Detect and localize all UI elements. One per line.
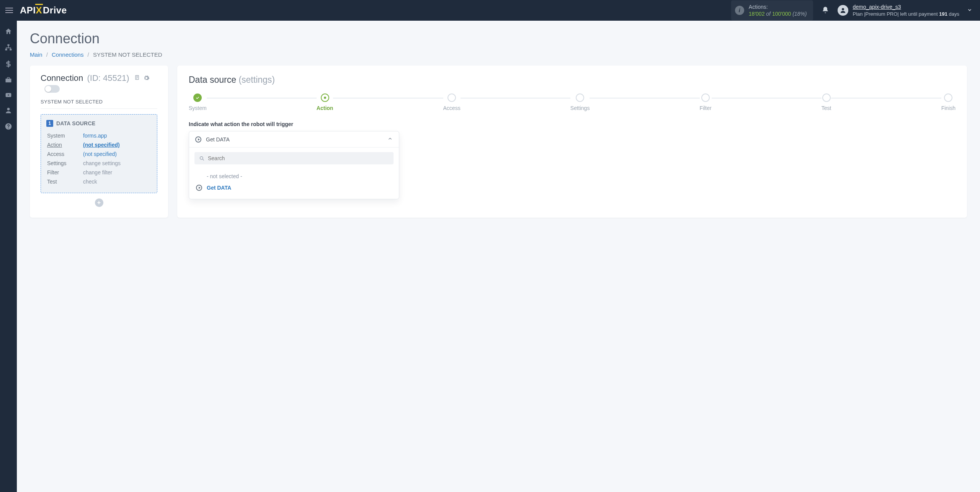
ds-row-key: Settings (47, 159, 82, 167)
help-icon[interactable] (5, 123, 12, 130)
step-access[interactable]: Access (443, 93, 461, 111)
gear-icon[interactable] (143, 74, 150, 84)
breadcrumb-main[interactable]: Main (30, 51, 42, 58)
step-system[interactable]: System (189, 93, 207, 111)
svg-rect-4 (6, 79, 11, 82)
ds-row-key: Filter (47, 168, 82, 177)
step-test[interactable]: Test (822, 93, 831, 111)
actions-percent: (18%) (792, 11, 807, 17)
actions-total: 100'000 (772, 11, 791, 17)
avatar-icon (838, 5, 848, 16)
ds-row-val[interactable]: (not specified) (83, 141, 151, 149)
svg-point-6 (7, 108, 10, 110)
breadcrumb: Main / Connections / SYSTEM NOT SELECTED (30, 51, 967, 58)
info-icon: i (735, 6, 744, 15)
connection-id: (ID: 45521) (87, 73, 129, 83)
search-icon (199, 156, 205, 161)
stepper: SystemActionAccessSettingsFilterTestFini… (189, 93, 956, 111)
ds-row-key: Access (47, 150, 82, 158)
dropdown-option[interactable]: Get DATA (189, 182, 399, 194)
ds-row-val[interactable]: forms.app (83, 131, 151, 140)
bell-icon[interactable] (822, 6, 829, 15)
instruction-label: Indicate what action the robot will trig… (189, 121, 956, 127)
logo[interactable]: APIXDrive (20, 5, 67, 16)
svg-rect-1 (8, 44, 10, 46)
settings-heading-sub: (settings) (238, 75, 275, 85)
sidebar (0, 21, 17, 492)
svg-point-0 (842, 8, 844, 10)
breadcrumb-connections[interactable]: Connections (52, 51, 83, 58)
youtube-icon[interactable] (4, 92, 13, 98)
connection-heading: Connection (41, 73, 83, 83)
dropdown-search[interactable] (194, 152, 394, 164)
add-destination-button[interactable]: + (95, 198, 103, 207)
ds-row-key: System (47, 131, 82, 140)
step-finish[interactable]: Finish (941, 93, 956, 111)
settings-heading: Data source (189, 75, 236, 85)
user-icon[interactable] (5, 107, 12, 114)
dropdown-option[interactable]: - not selected - (189, 171, 399, 182)
search-input[interactable] (208, 155, 389, 161)
sitemap-icon[interactable] (5, 44, 12, 51)
breadcrumb-current: SYSTEM NOT SELECTED (93, 51, 162, 58)
action-dropdown: Get DATA - not selected -Get DATA (189, 131, 399, 199)
play-icon (196, 185, 202, 191)
ds-row-val[interactable]: (not specified) (83, 150, 151, 158)
dropdown-selected: Get DATA (206, 136, 383, 143)
ds-row-key: Action (47, 141, 82, 149)
ds-row-key: Test (47, 177, 82, 186)
svg-point-10 (200, 156, 203, 159)
page-title: Connection (30, 31, 967, 47)
play-icon (195, 136, 201, 143)
svg-line-11 (203, 159, 204, 160)
data-source-box[interactable]: 1 DATA SOURCE Systemforms.appAction(not … (41, 114, 157, 193)
actions-counter[interactable]: i Actions: 18'002 of 100'000 (18%) (731, 0, 813, 20)
svg-rect-3 (10, 49, 11, 50)
copy-icon[interactable] (134, 74, 140, 84)
connection-card: Connection (ID: 45521) SYSTEM NOT SELECT… (30, 66, 168, 218)
svg-rect-2 (5, 49, 7, 50)
svg-point-8 (8, 128, 9, 128)
connection-subheader: SYSTEM NOT SELECTED (41, 99, 157, 109)
connection-toggle[interactable] (44, 85, 60, 93)
menu-button[interactable] (5, 8, 15, 13)
ds-row-val[interactable]: change filter (83, 168, 151, 177)
user-plan: Plan |Premium PRO| left until payment 19… (853, 11, 959, 18)
data-source-title: DATA SOURCE (56, 120, 95, 126)
dollar-icon[interactable] (5, 60, 12, 68)
ds-row-val[interactable]: change settings (83, 159, 151, 167)
data-source-badge: 1 (46, 120, 53, 127)
settings-card: Data source (settings) SystemActionAcces… (177, 66, 967, 218)
app-header: APIXDrive i Actions: 18'002 of 100'000 (… (0, 0, 980, 21)
home-icon[interactable] (5, 28, 12, 35)
chevron-up-icon (387, 136, 393, 143)
step-filter[interactable]: Filter (700, 93, 712, 111)
step-action[interactable]: Action (317, 93, 333, 111)
actions-label: Actions: (749, 3, 807, 10)
ds-row-val[interactable]: check (83, 177, 151, 186)
chevron-down-icon[interactable] (967, 7, 972, 14)
dropdown-toggle[interactable]: Get DATA (189, 131, 399, 148)
user-name: demo_apix-drive_s3 (853, 3, 959, 11)
user-menu[interactable]: demo_apix-drive_s3 Plan |Premium PRO| le… (838, 3, 959, 17)
briefcase-icon[interactable] (5, 77, 12, 84)
actions-used: 18'002 (749, 11, 765, 17)
step-settings[interactable]: Settings (570, 93, 590, 111)
